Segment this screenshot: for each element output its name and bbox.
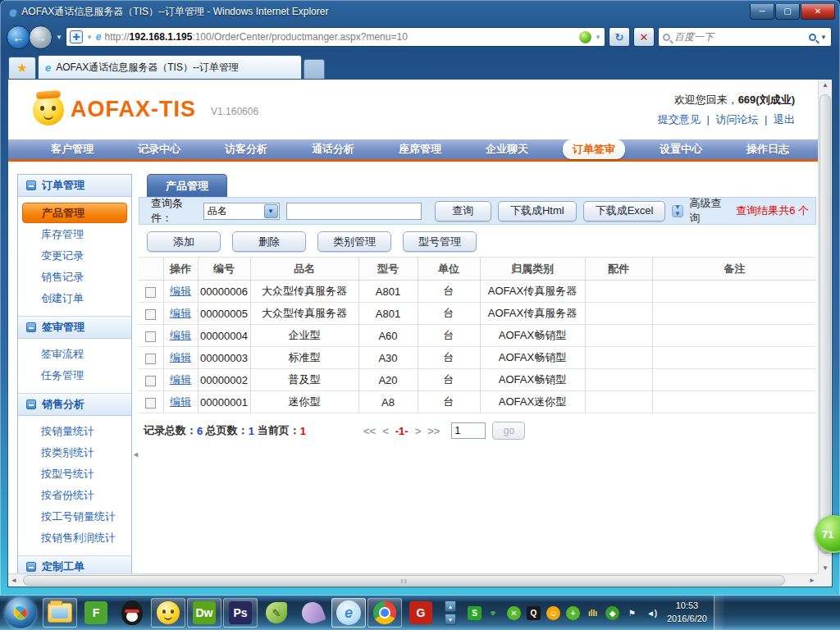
- nav-item-设置中心[interactable]: 设置中心: [650, 139, 712, 159]
- url-field[interactable]: ✚ ▼ e http://192.168.1.195:100/OrderCent…: [66, 27, 605, 47]
- browser-tab[interactable]: e AOFAX通话信息服务器（TIS）--订单管理: [38, 55, 302, 79]
- query-button[interactable]: 查询: [435, 201, 491, 221]
- header-link-2[interactable]: 访问论坛: [715, 113, 758, 126]
- sidebar-item-按省份统计[interactable]: 按省份统计: [18, 485, 131, 506]
- taskbar-scroll-down-icon[interactable]: ▼: [445, 614, 456, 625]
- aofax-icon[interactable]: [151, 598, 185, 628]
- row-checkbox[interactable]: [145, 376, 156, 386]
- sidebar-section-header[interactable]: 销售分析: [18, 394, 131, 416]
- sidebar-item-按类别统计[interactable]: 按类别统计: [18, 442, 131, 463]
- edit-link[interactable]: 编辑: [170, 373, 191, 386]
- scroll-down-icon[interactable]: ▼: [822, 564, 829, 572]
- flashfxp-icon[interactable]: F: [79, 598, 113, 628]
- forward-button[interactable]: →: [29, 25, 52, 49]
- speaker-icon[interactable]: ◄): [645, 606, 659, 620]
- advanced-query-icon[interactable]: ▼▼: [672, 205, 682, 217]
- action-button-添加[interactable]: 添加: [147, 231, 221, 252]
- collapse-minus-icon[interactable]: [26, 562, 36, 572]
- plus-circle-icon[interactable]: +: [566, 606, 580, 620]
- dreamweaver-icon[interactable]: Dw: [187, 598, 221, 628]
- sidebar-item-按型号统计[interactable]: 按型号统计: [18, 463, 131, 485]
- action-button-类别管理[interactable]: 类别管理: [317, 231, 391, 252]
- smiley-tray-icon[interactable]: ☺: [546, 606, 560, 620]
- sidebar-item-库存管理[interactable]: 库存管理: [18, 224, 131, 245]
- shield-dropdown-icon[interactable]: ▼: [86, 34, 93, 41]
- scroll-up-icon[interactable]: ▲: [822, 81, 829, 89]
- edit-link[interactable]: 编辑: [170, 351, 191, 363]
- edit-link[interactable]: 编辑: [170, 329, 191, 341]
- go-button[interactable]: go: [492, 422, 525, 440]
- taskbar-scroll-up-icon[interactable]: ▲: [445, 600, 456, 612]
- first-page-link[interactable]: <<: [363, 425, 376, 437]
- vertical-scroll-thumb[interactable]: [819, 94, 831, 554]
- start-orb[interactable]: [5, 597, 36, 628]
- nav-item-访客分析[interactable]: 访客分析: [215, 139, 277, 159]
- tab-product-management[interactable]: 产品管理: [147, 174, 227, 197]
- history-dropdown-icon[interactable]: ▼: [56, 34, 62, 41]
- query-input[interactable]: [286, 203, 422, 220]
- sidebar-item-按销量统计[interactable]: 按销量统计: [18, 421, 131, 442]
- sidebar-item-按工号销量统计[interactable]: 按工号销量统计: [18, 506, 131, 527]
- horizontal-scroll-thumb[interactable]: ‖‖: [23, 575, 785, 586]
- nav-item-操作日志[interactable]: 操作日志: [737, 139, 799, 159]
- sidebar-item-签审流程[interactable]: 签审流程: [18, 344, 131, 365]
- x-circle-icon[interactable]: ✕: [507, 606, 521, 620]
- header-link-3[interactable]: 退出: [774, 113, 795, 126]
- addon-icon[interactable]: [579, 31, 591, 43]
- maximize-button[interactable]: ▢: [775, 4, 800, 20]
- search-go-icon[interactable]: [809, 34, 816, 41]
- next-page-link[interactable]: >: [415, 425, 422, 437]
- show-desktop-button[interactable]: [714, 596, 724, 630]
- nav-item-企业聊天[interactable]: 企业聊天: [476, 139, 538, 159]
- collapse-minus-icon[interactable]: [26, 399, 36, 409]
- g-app-icon[interactable]: G: [404, 598, 438, 628]
- windows-explorer-icon[interactable]: [43, 598, 77, 628]
- prev-page-link[interactable]: <: [382, 425, 389, 437]
- minimize-button[interactable]: ─: [750, 4, 774, 20]
- editor-leaf-icon[interactable]: ✎: [259, 598, 294, 628]
- row-checkbox[interactable]: [145, 354, 156, 364]
- stop-button[interactable]: ✕: [633, 27, 655, 47]
- search-input[interactable]: [674, 31, 805, 43]
- s-green-icon[interactable]: S: [468, 606, 482, 620]
- advanced-query-link[interactable]: 高级查询: [690, 196, 727, 226]
- download-html-button[interactable]: 下载成Html: [498, 201, 577, 221]
- scroll-right-icon[interactable]: ►: [809, 577, 815, 584]
- url-dropdown-icon[interactable]: ▼: [595, 34, 601, 41]
- vertical-scrollbar[interactable]: ▲ ▼: [818, 80, 832, 573]
- page-input[interactable]: [451, 422, 486, 439]
- edit-link[interactable]: 编辑: [170, 395, 191, 408]
- row-checkbox[interactable]: [145, 309, 156, 320]
- sidebar-item-产品管理[interactable]: 产品管理: [22, 203, 127, 223]
- nav-item-记录中心[interactable]: 记录中心: [128, 139, 190, 159]
- search-dropdown-icon[interactable]: ▼: [820, 34, 827, 41]
- sidebar-item-按销售利润统计[interactable]: 按销售利润统计: [18, 527, 131, 549]
- action-button-删除[interactable]: 删除: [232, 231, 306, 252]
- close-button[interactable]: ✕: [801, 4, 835, 20]
- refresh-button[interactable]: ↻: [609, 27, 630, 47]
- qq-tray-icon[interactable]: Q: [527, 606, 541, 620]
- row-checkbox[interactable]: [145, 398, 156, 409]
- last-page-link[interactable]: >>: [427, 425, 440, 437]
- nav-item-通话分析[interactable]: 通话分析: [302, 139, 364, 159]
- row-checkbox[interactable]: [145, 287, 156, 298]
- taskbar-clock[interactable]: 10:53 2016/6/20: [667, 600, 707, 626]
- sidebar-section-header[interactable]: 订单管理: [18, 175, 131, 197]
- sidebar-item-创建订单[interactable]: 创建订单: [18, 288, 131, 309]
- shield-tray-icon[interactable]: ◆: [605, 606, 619, 620]
- row-checkbox[interactable]: [145, 331, 156, 342]
- dolphin-icon[interactable]: [295, 598, 330, 628]
- action-button-型号管理[interactable]: 型号管理: [403, 231, 477, 252]
- nav-item-座席管理[interactable]: 座席管理: [389, 139, 451, 159]
- page-number-link[interactable]: -1-: [395, 425, 409, 437]
- nav-item-订单签审[interactable]: 订单签审: [563, 139, 625, 159]
- sidebar-section-header[interactable]: 签审管理: [18, 317, 131, 339]
- edit-link[interactable]: 编辑: [170, 285, 191, 297]
- search-box[interactable]: ▼: [658, 27, 832, 47]
- favorites-button[interactable]: ★: [8, 57, 36, 79]
- qq-icon[interactable]: [115, 598, 149, 628]
- signal-bars-icon[interactable]: ıllı: [586, 606, 600, 620]
- new-tab-stub[interactable]: [304, 59, 325, 79]
- sidebar-section-header[interactable]: 定制工单: [18, 556, 131, 573]
- collapse-minus-icon[interactable]: [26, 322, 36, 332]
